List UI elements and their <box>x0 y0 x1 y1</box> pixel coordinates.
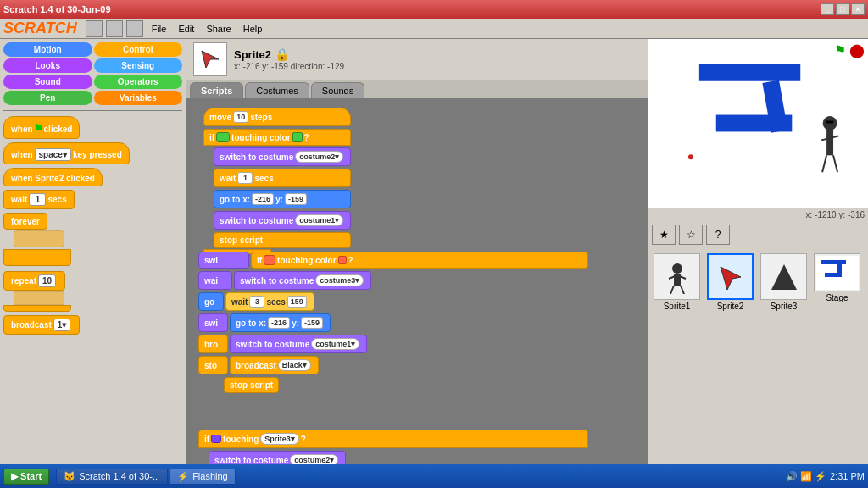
bro-partial[interactable]: bro <box>198 335 228 353</box>
wait-1-block[interactable]: wait 1 secs <box>214 169 351 187</box>
sprite-thumb-sprite2[interactable]: Sprite2 <box>705 252 755 461</box>
costume-dropdown-1[interactable]: costume2▾ <box>295 151 343 163</box>
title-text: Scratch 1.4 of 30-Jun-09 <box>3 4 111 14</box>
go-partial[interactable]: go <box>198 292 224 311</box>
wait-3-secs[interactable]: wait 3 secs 159 <box>225 292 314 311</box>
stage-label: Stage <box>826 293 848 302</box>
switch-costume-1[interactable]: switch to costume costume2▾ <box>214 147 351 166</box>
sprite-name: Sprite2 <box>234 48 271 61</box>
sto-partial[interactable]: sto <box>198 356 228 374</box>
move-val[interactable]: 10 <box>233 111 248 123</box>
taskbar-item-scratch[interactable]: 🐱 Scratch 1.4 of 30-... <box>56 469 168 485</box>
goto-y-1[interactable]: -159 <box>285 193 307 205</box>
save-icon[interactable] <box>106 20 123 37</box>
cat-motion[interactable]: Motion <box>3 42 92 57</box>
lock-icon: 🔒 <box>275 47 289 61</box>
start-button[interactable]: ▶ Start <box>3 469 49 485</box>
cat-variables[interactable]: Variables <box>94 91 183 105</box>
tab-scripts[interactable]: Scripts <box>190 82 243 98</box>
red-stop-button[interactable]: ⬤ <box>849 42 865 58</box>
switch-top-partial[interactable]: swi <box>198 252 249 269</box>
broadcast-dropdown[interactable]: 1▾ <box>53 319 71 331</box>
minimize-button[interactable]: _ <box>821 3 834 15</box>
wait-block[interactable]: wait 1 secs <box>3 190 75 209</box>
window-controls[interactable]: _ □ × <box>821 3 865 15</box>
wait-input[interactable]: 1 <box>29 193 46 206</box>
wait-partial[interactable]: wai <box>198 271 232 290</box>
sprite-info: Sprite2 🔒 x: -216 y: -159 direction: -12… <box>234 47 344 71</box>
move-block[interactable]: move 10 steps <box>203 108 351 126</box>
swi-partial[interactable]: swi <box>198 313 228 332</box>
costume-dropdown-2[interactable]: costume1▾ <box>295 214 343 226</box>
if-color-block-2[interactable]: swi if touching color ? wai switch to co… <box>198 251 588 394</box>
green-flag-button[interactable]: ⚑ <box>834 42 846 58</box>
taskbar-item-flashing[interactable]: ⚡ Flashing <box>170 469 236 485</box>
stop-script-2[interactable]: stop script <box>224 377 279 393</box>
tab-costumes[interactable]: Costumes <box>245 82 309 98</box>
goto-x-1[interactable]: -216 <box>252 193 274 205</box>
repeat-block[interactable]: repeat 10 <box>3 271 65 291</box>
taskbar: ▶ Start 🐱 Scratch 1.4 of 30-... ⚡ Flashi… <box>0 464 868 488</box>
globe-icon[interactable] <box>86 20 103 37</box>
when-flag-clicked-block[interactable]: when ⚑ clicked <box>3 116 80 139</box>
svg-point-11 <box>688 154 693 159</box>
switch-costume-3[interactable]: switch to costume costume3▾ <box>234 271 371 290</box>
menu-share[interactable]: Share <box>201 22 236 36</box>
if-top[interactable]: if touching color ? <box>203 129 351 146</box>
maximize-button[interactable]: □ <box>836 3 849 15</box>
menu-help[interactable]: Help <box>238 22 268 36</box>
taskbar-right: 🔊 📶 ⚡ 2:31 PM <box>786 471 865 482</box>
cat-sensing[interactable]: Sensing <box>94 58 183 73</box>
share-icon[interactable] <box>126 20 143 37</box>
cat-pen[interactable]: Pen <box>3 91 92 105</box>
costume-dropdown-3[interactable]: costume3▾ <box>315 274 364 286</box>
when-key-pressed-block[interactable]: when space▾ key pressed <box>3 142 130 164</box>
if-touching-sprite3[interactable]: if touching Sprite3▾ ? <box>198 430 588 448</box>
svg-rect-6 <box>826 130 833 155</box>
stop-script-1[interactable]: stop script <box>214 232 351 248</box>
stage-run-controls[interactable]: ⚑ ⬤ <box>834 42 865 58</box>
if-color-block[interactable]: if touching color ? switch to costume co… <box>203 128 351 254</box>
goto-block-2[interactable]: go to x: -216 y: -159 <box>230 313 331 332</box>
taskbar-items: 🐱 Scratch 1.4 of 30-... ⚡ Flashing <box>56 469 236 485</box>
cat-operators[interactable]: Operators <box>94 75 183 89</box>
forever-block[interactable]: forever <box>3 213 47 230</box>
taskbar-item-flashing-label: Flashing <box>192 471 228 481</box>
svg-line-16 <box>670 286 674 294</box>
broadcast-black[interactable]: broadcast Black▾ <box>230 356 319 374</box>
svg-rect-10 <box>826 121 833 124</box>
wait-val-1[interactable]: 1 <box>237 172 253 184</box>
star-button-1[interactable]: ★ <box>652 225 676 245</box>
cat-sound[interactable]: Sound <box>3 75 92 89</box>
cat-control[interactable]: Control <box>94 42 183 57</box>
stage-thumb[interactable]: Stage <box>812 252 862 461</box>
broadcast-block[interactable]: broadcast 1▾ <box>3 315 80 335</box>
block-categories: Motion Control Looks Sensing Sound Opera… <box>0 39 186 108</box>
menu-file[interactable]: File <box>147 22 172 36</box>
scripts-area[interactable]: move 10 steps if touching color ? switch… <box>186 98 648 464</box>
system-icons: 🔊 📶 ⚡ <box>786 471 826 482</box>
key-dropdown[interactable]: space▾ <box>35 148 71 161</box>
sprite-thumb-sprite3[interactable]: Sprite3 <box>759 252 809 461</box>
sprite-thumb-sprite1[interactable]: Sprite1 <box>652 252 702 461</box>
sprite1-label: Sprite1 <box>664 302 691 311</box>
help-button[interactable]: ? <box>706 225 730 245</box>
star-button-2[interactable]: ☆ <box>679 225 703 245</box>
sprite-thumbnail <box>193 42 227 76</box>
svg-marker-18 <box>721 267 741 290</box>
blocks-palette: when ⚑ clicked when space▾ key pressed w… <box>0 113 186 464</box>
switch-costume-5[interactable]: switch to costume costume2▾ <box>209 451 346 464</box>
goto-block-1[interactable]: go to x: -216 y: -159 <box>214 190 351 208</box>
when-sprite-clicked-block[interactable]: when Sprite2 clicked <box>3 168 103 186</box>
close-button[interactable]: × <box>851 3 865 15</box>
menu-edit[interactable]: Edit <box>173 22 199 36</box>
tab-sounds[interactable]: Sounds <box>311 82 364 98</box>
switch-costume-2[interactable]: switch to costume costume1▾ <box>214 211 351 230</box>
sprite2-label: Sprite2 <box>717 302 744 311</box>
switch-costume-4[interactable]: switch to costume costume1▾ <box>230 335 367 353</box>
if-touching-partial[interactable]: if touching color ? <box>251 252 588 269</box>
svg-marker-19 <box>771 264 797 290</box>
repeat-input[interactable]: 10 <box>38 274 56 287</box>
taskbar-item-scratch-label: Scratch 1.4 of 30-... <box>79 471 160 481</box>
cat-looks[interactable]: Looks <box>3 58 92 73</box>
